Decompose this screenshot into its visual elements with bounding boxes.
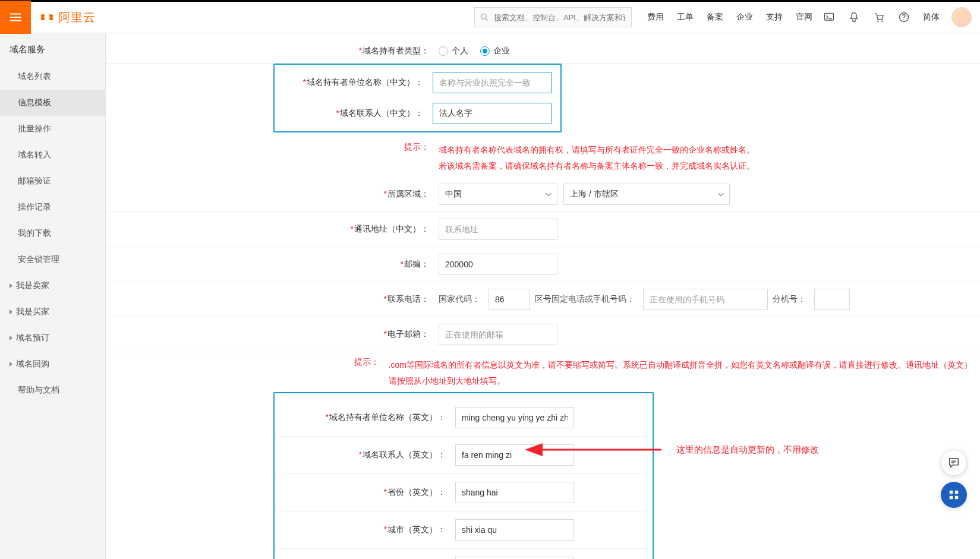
highlight-box-en-fields: *域名持有者单位名称（英文）： *域名联系人（英文）： *省份（英文）： *城市… [273, 392, 654, 559]
brand-logo[interactable]: 阿里云 [39, 10, 96, 26]
hamburger-icon [9, 11, 22, 24]
sidebar-item-12[interactable]: 帮助与文档 [0, 377, 105, 403]
svg-rect-11 [955, 491, 959, 494]
sidebar-title: 域名服务 [0, 33, 105, 64]
topnav-support[interactable]: 支持 [766, 12, 783, 23]
sidebar-item-label: 邮箱验证 [18, 176, 51, 187]
input-address-cn[interactable] [439, 219, 557, 240]
label-address-cn: 通讯地址（中文）： [354, 224, 429, 233]
sidebar-item-8[interactable]: 我是卖家 [0, 273, 105, 299]
top-nav: 费用 工单 备案 企业 支持 官网 [647, 12, 812, 23]
input-address-en[interactable] [455, 557, 574, 559]
sidebar-item-7[interactable]: 安全锁管理 [0, 247, 105, 273]
sidebar-item-label: 域名转入 [18, 150, 51, 160]
sidebar-item-label: 帮助与文档 [18, 385, 59, 396]
search-icon [480, 12, 489, 22]
hint1-label: 提示： [106, 142, 439, 173]
sidebar-item-label: 安全锁管理 [18, 254, 59, 265]
sidebar-item-11[interactable]: 域名回购 [0, 351, 105, 377]
topbar: 阿里云 费用 工单 备案 企业 支持 官网 简体 [0, 0, 980, 33]
input-org-name-cn[interactable] [433, 72, 552, 93]
label-email: 电子邮箱： [387, 329, 429, 339]
row-region: *所属区域： [106, 177, 980, 212]
chat-icon [947, 456, 960, 469]
radio-personal[interactable]: 个人 [439, 46, 468, 56]
caret-icon [10, 309, 12, 314]
row-province-en: *省份（英文）： [281, 474, 647, 511]
sidebar-item-label: 域名列表 [18, 71, 51, 82]
sidebar-item-9[interactable]: 我是买家 [0, 299, 105, 325]
row-org-name-en: *域名持有者单位名称（英文）： [281, 399, 647, 437]
cart-icon[interactable] [873, 11, 885, 23]
caret-icon [10, 336, 12, 340]
sidebar-item-label: 我是买家 [16, 307, 49, 317]
sidebar-item-label: 操作记录 [18, 202, 51, 213]
input-postcode[interactable] [439, 254, 557, 275]
highlight-box-cn-names: *域名持有者单位名称（中文）： *域名联系人（中文）： [273, 64, 562, 132]
sidebar-collapse-handle[interactable] [105, 282, 106, 303]
menu-toggle-button[interactable] [0, 1, 31, 34]
topnav-ticket[interactable]: 工单 [677, 12, 694, 23]
radio-enterprise[interactable]: 企业 [480, 46, 510, 56]
label-org-name-cn: 域名持有者单位名称（中文）： [307, 77, 423, 87]
label-region: 所属区域： [387, 189, 429, 198]
topnav-site[interactable]: 官网 [796, 12, 812, 23]
lang-switch[interactable]: 简体 [923, 12, 940, 23]
input-city-en[interactable] [455, 519, 574, 541]
svg-point-5 [903, 19, 905, 20]
svg-rect-12 [950, 496, 953, 500]
row-org-name-cn: *域名持有者单位名称（中文）： [281, 67, 554, 98]
global-search[interactable] [474, 7, 632, 27]
input-email[interactable] [439, 324, 557, 345]
float-apps-button[interactable] [941, 482, 967, 508]
hint-row-1: 提示： 域名持有者名称代表域名的拥有权，请填写与所有者证件完全一致的企业名称或姓… [106, 137, 980, 177]
sidebar-item-6[interactable]: 我的下载 [0, 220, 105, 247]
label-postcode: 邮编： [404, 259, 429, 269]
sidebar-item-10[interactable]: 域名预订 [0, 325, 105, 351]
form-main: *域名持有者类型： 个人 企业 *域名持有者单位名称（中文）： *域名联系人（中… [106, 33, 980, 559]
logo-icon [39, 10, 55, 25]
sidebar-item-label: 我是卖家 [16, 280, 49, 291]
input-phone-ext[interactable] [814, 289, 850, 310]
help-icon[interactable] [898, 11, 910, 23]
input-contact-cn[interactable] [433, 103, 552, 124]
svg-rect-10 [950, 491, 953, 494]
svg-point-2 [877, 21, 878, 22]
sidebar-item-2[interactable]: 批量操作 [0, 116, 105, 142]
console-icon[interactable] [823, 11, 835, 23]
float-chat-button[interactable] [941, 450, 967, 476]
row-address-en: *通讯地址（英文）： [281, 549, 647, 559]
topnav-ent[interactable]: 企业 [736, 12, 753, 23]
select-country[interactable] [439, 184, 557, 205]
hint2-label: 提示： [106, 357, 389, 389]
label-holder-type: 域名持有者类型： [363, 46, 429, 55]
row-city-en: *城市（英文）： [281, 511, 647, 549]
brand-name: 阿里云 [58, 10, 96, 26]
input-org-name-en[interactable] [455, 407, 574, 428]
user-avatar[interactable] [951, 7, 972, 27]
sidebar-item-4[interactable]: 邮箱验证 [0, 168, 105, 194]
input-contact-en[interactable] [455, 444, 574, 466]
sidebar-item-label: 信息模板 [18, 97, 51, 108]
bell-icon[interactable] [848, 11, 860, 23]
sidebar-item-0[interactable]: 域名列表 [0, 64, 105, 90]
hint-row-2: 提示： .com等国际域名的所有者信息以英文为准，请不要缩写或简写。系统已自动翻… [106, 352, 980, 392]
select-city[interactable] [563, 184, 730, 205]
row-contact-en: *域名联系人（英文）： [281, 437, 647, 474]
caret-icon [10, 283, 12, 288]
input-country-code[interactable] [489, 289, 530, 310]
hint1-line2: 若该域名需备案，请确保域名持有者名称与备案主体名称一致，并完成域名实名认证。 [439, 158, 755, 174]
sidebar-item-3[interactable]: 域名转入 [0, 142, 105, 168]
label-province-en: 省份（英文）： [387, 487, 446, 497]
row-email: *电子邮箱： [106, 317, 980, 352]
input-province-en[interactable] [455, 482, 574, 503]
row-address-cn: *通讯地址（中文）： [106, 212, 980, 247]
input-phone-main[interactable] [643, 289, 768, 310]
holder-type-radio-group: 个人 企业 [439, 46, 510, 56]
topnav-beian[interactable]: 备案 [707, 12, 723, 23]
sidebar-item-1[interactable]: 信息模板 [0, 90, 105, 116]
sidebar-item-label: 我的下载 [18, 228, 51, 239]
sidebar-item-5[interactable]: 操作记录 [0, 194, 105, 220]
search-input[interactable] [474, 7, 632, 27]
topnav-fee[interactable]: 费用 [647, 12, 664, 23]
